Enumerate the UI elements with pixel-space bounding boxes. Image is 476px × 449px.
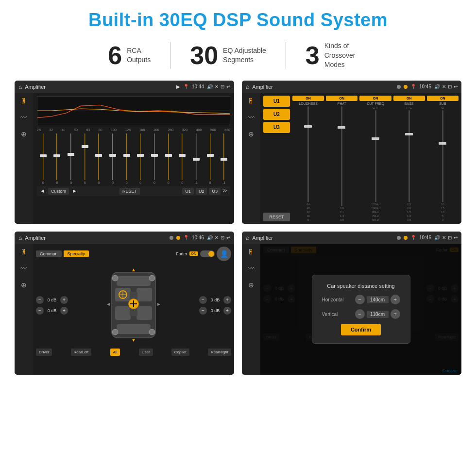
specialty-tab[interactable]: Specialty bbox=[64, 250, 89, 257]
car-top-view-container: ▲ ▼ ◄ ► bbox=[72, 264, 195, 347]
home-icon[interactable]: ⌂ bbox=[18, 83, 22, 90]
fader-12[interactable]: 0 bbox=[204, 133, 217, 184]
equalizer-icon[interactable]: 🎚 bbox=[20, 97, 27, 105]
screen-speaker-layout: ⌂ Amplifier 📍 10:46 🔊 ✕ ⊡ ↩ 🎚 〰 ⊕ bbox=[15, 232, 234, 375]
fader-9[interactable]: 0 bbox=[162, 133, 175, 184]
u1-button[interactable]: U1 bbox=[263, 96, 290, 107]
ch-phat-on[interactable]: ON bbox=[326, 96, 357, 101]
channel-bass: ON BASS F G 2.5 2.0 1.5 1.0 0.5 bbox=[393, 96, 425, 221]
u3-btn[interactable]: U3 bbox=[209, 188, 221, 195]
vol-minus-tr[interactable]: − bbox=[199, 296, 207, 304]
vol-plus-tr[interactable]: + bbox=[223, 296, 231, 304]
fader-7[interactable]: 0 bbox=[134, 133, 147, 184]
fader-6[interactable]: 0 bbox=[120, 133, 133, 184]
screen1-topbar: ⌂ Amplifier ▶ 📍 10:44 🔊 ✕ ⊡ ↩ bbox=[15, 81, 234, 93]
fader-11[interactable]: -1 bbox=[190, 133, 203, 184]
u1-btn[interactable]: U1 bbox=[182, 188, 194, 195]
waveform-icon-3[interactable]: 〰 bbox=[20, 265, 27, 272]
svg-point-15 bbox=[112, 329, 118, 335]
ch-cutfreq-on[interactable]: ON bbox=[359, 96, 391, 101]
vertical-minus[interactable]: − bbox=[355, 309, 365, 319]
ch-sub-fader: G 20 15 10 5 0 bbox=[427, 106, 459, 221]
fader-13[interactable]: -1 bbox=[218, 133, 230, 184]
u2-btn[interactable]: U2 bbox=[196, 188, 207, 195]
ch-sub-on[interactable]: ON bbox=[427, 96, 459, 101]
svg-text:►: ► bbox=[156, 301, 161, 307]
equalizer-icon-2[interactable]: 🎚 bbox=[248, 97, 255, 105]
fader-toggle[interactable] bbox=[200, 250, 215, 257]
distance-dialog: Car speaker distance setting Horizontal … bbox=[312, 275, 410, 344]
expand-icon[interactable]: ⊕ bbox=[21, 130, 27, 138]
fader-4[interactable]: 0 bbox=[93, 133, 105, 184]
u2-button[interactable]: U2 bbox=[263, 109, 290, 120]
vol-ctrl-tl: − 0 dB + bbox=[36, 296, 68, 304]
ch-loudness-fader: 64 48 32 16 0 bbox=[292, 106, 324, 221]
svg-rect-7 bbox=[115, 306, 131, 320]
fader-1[interactable]: 0 bbox=[51, 133, 64, 184]
reset-button-2[interactable]: RESET bbox=[263, 213, 290, 221]
common-tab[interactable]: Common bbox=[36, 250, 62, 257]
fader-2[interactable]: 0 bbox=[65, 133, 77, 184]
vol-plus-bl[interactable]: + bbox=[60, 307, 68, 315]
eq-arrows: ◄ Custom ► bbox=[40, 188, 77, 195]
home-icon-3[interactable]: ⌂ bbox=[18, 234, 22, 241]
screen-dialog: ⌂ Amplifier 📍 10:46 🔊 ✕ ⊡ ↩ 🎚 〰 ⊕ bbox=[242, 232, 461, 375]
prev-arrow[interactable]: ◄ bbox=[40, 188, 45, 195]
ch-loudness-on[interactable]: ON bbox=[292, 96, 324, 101]
ch-bass-on[interactable]: ON bbox=[393, 96, 425, 101]
vol-val-br: 0 dB bbox=[208, 308, 222, 313]
fader-8[interactable]: 0 bbox=[148, 133, 161, 184]
home-icon-2[interactable]: ⌂ bbox=[246, 83, 249, 90]
screen1-topbar-icons: 🔊 ✕ ⊡ ↩ bbox=[207, 84, 230, 89]
waveform-icon-2[interactable]: 〰 bbox=[248, 114, 255, 121]
reset-btn[interactable]: RESET bbox=[119, 188, 140, 195]
user-btn[interactable]: User bbox=[139, 349, 153, 356]
car-layout-area: − 0 dB + − 0 dB + bbox=[36, 264, 231, 347]
page-title: Built-in 30EQ DSP Sound System bbox=[15, 10, 461, 31]
custom-btn[interactable]: Custom bbox=[48, 188, 69, 195]
screen1-content: 🎚 〰 ⊕ 2532405063 8 bbox=[15, 93, 234, 224]
all-btn[interactable]: All bbox=[110, 349, 120, 356]
stat-crossover-number: 3 bbox=[306, 43, 320, 68]
dialog-overlay: Car speaker distance setting Horizontal … bbox=[260, 244, 461, 375]
vol-val-tr: 0 dB bbox=[208, 298, 222, 302]
fader-3[interactable]: 5 bbox=[79, 133, 91, 184]
vol-plus-br[interactable]: + bbox=[223, 307, 231, 315]
fader-0[interactable]: 0 bbox=[37, 133, 50, 184]
stat-eq: 30 EQ AdjustableSegments bbox=[170, 43, 286, 68]
screen3-time: 10:46 bbox=[192, 235, 204, 240]
eq-bottom-bar: ◄ Custom ► RESET U1 U2 U3 ≫ bbox=[37, 186, 230, 196]
home-icon-4[interactable]: ⌂ bbox=[246, 234, 249, 241]
rear-right-btn[interactable]: RearRight bbox=[208, 349, 231, 356]
dialog-title: Car speaker distance setting bbox=[322, 283, 400, 289]
horizontal-plus[interactable]: + bbox=[391, 295, 400, 304]
equalizer-icon-3[interactable]: 🎚 bbox=[20, 248, 27, 256]
driver-btn[interactable]: Driver bbox=[36, 349, 52, 356]
rear-left-btn[interactable]: RearLeft bbox=[71, 349, 92, 356]
screen2-time: 10:45 bbox=[419, 84, 431, 89]
on-badge[interactable]: ON bbox=[189, 251, 199, 256]
vol-plus-tl[interactable]: + bbox=[60, 296, 68, 304]
waveform-icon[interactable]: 〰 bbox=[20, 114, 27, 121]
vertical-plus[interactable]: + bbox=[391, 309, 400, 319]
fader-5[interactable]: 0 bbox=[106, 133, 119, 184]
vol-minus-br[interactable]: − bbox=[199, 307, 207, 315]
expand-icon-2[interactable]: ⊕ bbox=[248, 130, 254, 138]
expand-icon-3[interactable]: ⊕ bbox=[21, 281, 27, 289]
avatar-button[interactable]: 👤 bbox=[217, 247, 231, 261]
equalizer-icon-4[interactable]: 🎚 bbox=[248, 248, 255, 256]
stat-rca: 6 RCAOutputs bbox=[88, 43, 170, 68]
channel-loudness: ON LOUDNESS 64 48 32 16 0 bbox=[292, 96, 324, 221]
horizontal-minus[interactable]: − bbox=[355, 295, 365, 304]
confirm-button[interactable]: Confirm bbox=[341, 324, 381, 335]
u3-button[interactable]: U3 bbox=[263, 122, 290, 133]
next-arrow[interactable]: ► bbox=[72, 188, 77, 195]
waveform-icon-4[interactable]: 〰 bbox=[248, 265, 255, 272]
vol-minus-tl[interactable]: − bbox=[36, 296, 44, 304]
screen4-title: Amplifier bbox=[252, 235, 394, 241]
expand-icon-4[interactable]: ⊕ bbox=[248, 281, 254, 289]
copilot-btn[interactable]: Copilot bbox=[171, 349, 189, 356]
vol-minus-bl[interactable]: − bbox=[36, 307, 44, 315]
svg-rect-8 bbox=[136, 306, 152, 320]
fader-10[interactable]: 0 bbox=[176, 133, 188, 184]
